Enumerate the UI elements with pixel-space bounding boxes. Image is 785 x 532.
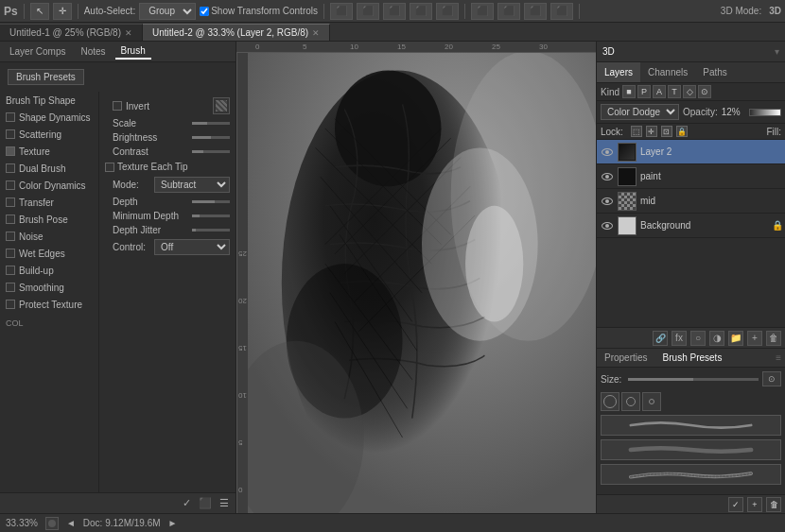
align-btn-6[interactable]: ⬛ <box>471 3 494 20</box>
align-btn-3[interactable]: ⬛ <box>383 3 406 20</box>
align-btn-1[interactable]: ⬛ <box>330 3 353 20</box>
brush-presets-check-icon[interactable]: ✓ <box>728 497 743 512</box>
option-wet-edges[interactable]: Wet Edges <box>0 245 98 262</box>
smoothing-check[interactable] <box>6 283 15 292</box>
option-transfer[interactable]: Transfer <box>0 194 98 211</box>
background-visibility[interactable] <box>601 219 614 232</box>
lock-artboard-icon[interactable]: ⊡ <box>661 126 672 137</box>
align-btn-8[interactable]: ⬛ <box>524 3 547 20</box>
add-style-btn[interactable]: fx <box>672 331 687 346</box>
brush-presets-button[interactable]: Brush Presets <box>8 69 84 85</box>
option-smoothing[interactable]: Smoothing <box>0 279 98 296</box>
layer-item-paint[interactable]: paint <box>597 164 785 189</box>
color-dynamics-check[interactable] <box>6 180 15 190</box>
add-layer-btn[interactable]: + <box>747 331 762 346</box>
option-brush-pose[interactable]: Brush Pose <box>0 211 98 228</box>
canvas-image[interactable] <box>248 53 596 513</box>
mid-visibility[interactable] <box>601 195 614 208</box>
brush-presets-delete-icon[interactable]: 🗑 <box>766 497 781 512</box>
lock-all-icon[interactable]: 🔒 <box>676 126 688 137</box>
stop-icon[interactable]: ⬛ <box>198 497 213 509</box>
brush-preset-small[interactable] <box>642 392 661 411</box>
kind-type-icon[interactable]: T <box>668 85 681 98</box>
brush-preset-circle-medium[interactable] <box>621 392 640 411</box>
kind-shape-icon[interactable]: ◇ <box>683 85 696 98</box>
align-btn-7[interactable]: ⬛ <box>497 3 520 20</box>
layer2-visibility[interactable] <box>601 146 614 159</box>
add-mask-btn[interactable]: ○ <box>690 331 706 346</box>
option-noise[interactable]: Noise <box>0 228 98 245</box>
size-slider[interactable] <box>628 378 759 381</box>
lock-pixels-icon[interactable]: ⬚ <box>631 126 642 137</box>
auto-select-dropdown[interactable]: Group <box>139 3 196 20</box>
properties-tab[interactable]: Properties <box>597 349 655 367</box>
panel-tab-brush[interactable]: Brush <box>115 43 151 60</box>
add-adjustment-btn[interactable]: ◑ <box>709 331 724 346</box>
right-panel-3d-tab[interactable]: 3D <box>602 46 615 57</box>
panel-tab-notes[interactable]: Notes <box>75 44 111 59</box>
shape-dynamics-check[interactable] <box>6 112 15 122</box>
contrast-slider[interactable] <box>192 150 230 153</box>
option-color-dynamics[interactable]: Color Dynamics <box>0 177 98 194</box>
right-panel-collapse[interactable]: ▾ <box>775 46 779 57</box>
tab-untitled-2[interactable]: Untitled-2 @ 33.3% (Layer 2, RGB/8) ✕ <box>143 24 330 41</box>
option-shape-dynamics[interactable]: Shape Dynamics <box>0 109 98 126</box>
mode-select[interactable]: Subtract <box>154 177 230 193</box>
depth-slider[interactable] <box>192 200 230 203</box>
layers-tab[interactable]: Layers <box>597 62 640 82</box>
move-tool[interactable]: ✛ <box>53 3 72 20</box>
brightness-slider[interactable] <box>192 136 230 139</box>
lock-move-icon[interactable]: ✛ <box>646 126 657 137</box>
tab-2-close[interactable]: ✕ <box>312 28 320 38</box>
transform-controls-checkbox[interactable] <box>200 7 209 16</box>
nav-arrow-left[interactable]: ◄ <box>66 518 76 528</box>
option-buildup[interactable]: Build-up <box>0 262 98 279</box>
nav-arrow-right[interactable]: ► <box>168 518 178 528</box>
check-icon[interactable]: ✓ <box>179 497 194 509</box>
brush-options-icon[interactable]: ⊙ <box>762 371 781 386</box>
zoom-indicator[interactable] <box>45 517 59 530</box>
min-depth-slider[interactable] <box>192 215 230 217</box>
texture-each-tip-check[interactable] <box>105 163 114 172</box>
align-btn-2[interactable]: ⬛ <box>357 3 379 20</box>
kind-all-icon[interactable]: ■ <box>622 85 636 98</box>
wet-edges-check[interactable] <box>6 249 15 258</box>
control-select[interactable]: Off <box>154 239 230 255</box>
tab-untitled-1[interactable]: Untitled-1 @ 25% (RGB/8) ✕ <box>0 24 143 41</box>
dual-brush-check[interactable] <box>6 163 15 173</box>
option-texture[interactable]: Texture <box>0 143 98 160</box>
arrow-tool[interactable]: ↖ <box>30 3 49 20</box>
kind-adjust-icon[interactable]: A <box>653 85 666 98</box>
kind-pixel-icon[interactable]: P <box>637 85 651 98</box>
align-btn-9[interactable]: ⬛ <box>550 3 573 20</box>
brush-presets-panel-tab[interactable]: Brush Presets <box>655 349 730 367</box>
add-group-btn[interactable]: 📁 <box>728 331 743 346</box>
panel-menu-icon[interactable]: ≡ <box>772 352 785 363</box>
layer-item-layer2[interactable]: Layer 2 <box>597 140 785 164</box>
blend-mode-select[interactable]: Color Dodge <box>601 104 679 120</box>
layer-item-mid[interactable]: mid <box>597 189 785 214</box>
protect-texture-check[interactable] <box>6 300 15 309</box>
panel-tab-layer-comps[interactable]: Layer Comps <box>4 44 71 59</box>
brush-preset-circle-large[interactable] <box>601 392 619 411</box>
invert-checkbox[interactable] <box>113 101 122 111</box>
depth-jitter-slider[interactable] <box>192 229 230 232</box>
option-dual-brush[interactable]: Dual Brush <box>0 160 98 177</box>
scattering-check[interactable] <box>6 129 15 139</box>
link-layers-btn[interactable]: 🔗 <box>653 331 668 346</box>
option-scattering[interactable]: Scattering <box>0 126 98 143</box>
texture-check[interactable] <box>6 146 15 156</box>
delete-layer-btn[interactable]: 🗑 <box>766 331 781 346</box>
align-btn-4[interactable]: ⬛ <box>410 3 432 20</box>
channels-tab[interactable]: Channels <box>640 62 695 82</box>
buildup-check[interactable] <box>6 266 15 275</box>
opacity-slider[interactable] <box>749 109 781 116</box>
brush-stroke-preview-1[interactable] <box>601 415 781 436</box>
brush-stroke-preview-2[interactable] <box>601 439 781 460</box>
brush-pose-check[interactable] <box>6 215 15 224</box>
menu-icon[interactable]: ☰ <box>217 497 232 509</box>
align-btn-5[interactable]: ⬛ <box>436 3 459 20</box>
transfer-check[interactable] <box>6 197 15 207</box>
brush-stroke-preview-3[interactable] <box>601 464 781 485</box>
noise-check[interactable] <box>6 232 15 241</box>
